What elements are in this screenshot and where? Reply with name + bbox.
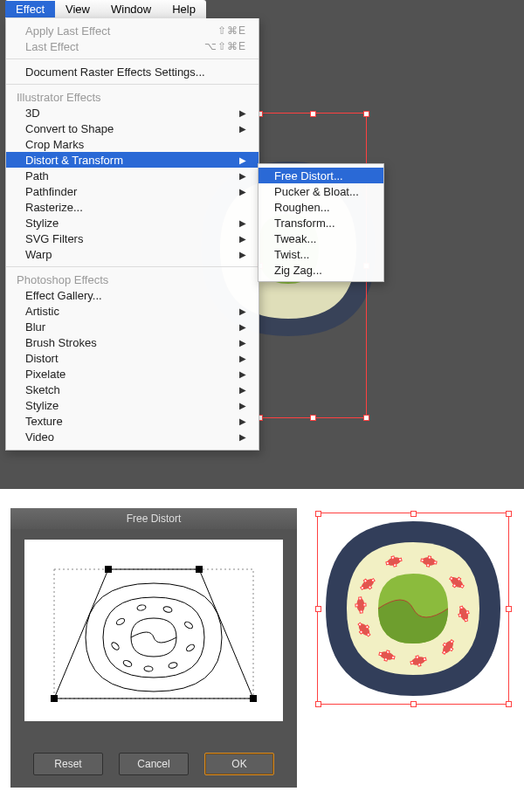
svg-point-14 xyxy=(110,641,120,650)
menu-apply-last-effect[interactable]: Apply Last Effect ⇧⌘E xyxy=(6,23,259,38)
menubar-item-window[interactable]: Window xyxy=(100,1,162,17)
menu-svg-filters[interactable]: SVG Filters▶ xyxy=(6,231,259,246)
menu-video[interactable]: Video▶ xyxy=(6,429,259,444)
menu-brush-strokes[interactable]: Brush Strokes▶ xyxy=(6,334,259,350)
svg-rect-27 xyxy=(434,561,437,564)
menu-sketch[interactable]: Sketch▶ xyxy=(6,382,259,397)
submenu-arrow-icon: ▶ xyxy=(239,416,246,426)
submenu-arrow-icon: ▶ xyxy=(239,322,246,332)
svg-rect-62 xyxy=(360,610,362,613)
ok-button[interactable]: OK xyxy=(204,753,274,775)
shortcut: ⌥⇧⌘E xyxy=(204,40,246,52)
svg-point-7 xyxy=(137,604,147,611)
svg-rect-51 xyxy=(379,652,383,656)
submenu-transform[interactable]: Transform... xyxy=(259,215,383,231)
submenu-roughen[interactable]: Roughen... xyxy=(259,199,383,215)
distort-transform-submenu: Free Distort... Pucker & Bloat... Roughe… xyxy=(258,163,384,282)
submenu-arrow-icon: ▶ xyxy=(239,385,246,395)
svg-rect-3 xyxy=(196,566,203,573)
menu-warp[interactable]: Warp▶ xyxy=(6,246,259,262)
menu-pixelate[interactable]: Pixelate▶ xyxy=(6,366,259,382)
svg-point-11 xyxy=(168,662,177,669)
menu-label: Distort xyxy=(25,352,59,365)
menu-convert-to-shape[interactable]: Convert to Shape▶ xyxy=(6,120,259,136)
dialog-buttons: Reset Cancel OK xyxy=(10,753,297,775)
submenu-tweak[interactable]: Tweak... xyxy=(259,231,383,246)
svg-rect-28 xyxy=(428,556,431,559)
menubar-item-help[interactable]: Help xyxy=(162,1,206,17)
menu-label: Stylize xyxy=(25,217,59,230)
menu-rasterize[interactable]: Rasterize... xyxy=(6,199,259,215)
menu-artistic[interactable]: Artistic▶ xyxy=(6,303,259,319)
menu-label: Transform... xyxy=(274,217,335,230)
svg-rect-46 xyxy=(410,661,414,664)
svg-rect-61 xyxy=(359,597,362,600)
svg-rect-22 xyxy=(398,558,402,561)
svg-rect-49 xyxy=(417,664,421,667)
svg-rect-52 xyxy=(391,656,395,659)
effect-menu: Apply Last Effect ⇧⌘E Last Effect ⌥⇧⌘E D… xyxy=(5,18,259,451)
menu-label: Zig Zag... xyxy=(274,264,322,277)
svg-rect-63 xyxy=(363,603,366,606)
svg-rect-23 xyxy=(391,556,395,560)
shortcut: ⇧⌘E xyxy=(217,24,246,37)
menu-separator xyxy=(6,84,259,85)
svg-rect-64 xyxy=(355,604,358,607)
menu-label: Path xyxy=(25,169,49,182)
free-distort-dialog: Free Distort xyxy=(10,508,297,788)
svg-marker-1 xyxy=(54,569,253,698)
menubar-item-effect[interactable]: Effect xyxy=(5,1,55,17)
cancel-button[interactable]: Cancel xyxy=(119,753,189,775)
menu-label: Video xyxy=(25,430,54,444)
menu-label: Apply Last Effect xyxy=(25,24,110,38)
submenu-free-distort[interactable]: Free Distort... xyxy=(259,168,383,183)
menu-label: 3D xyxy=(25,107,40,120)
menu-label: Distort & Transform xyxy=(25,154,123,167)
menu-label: Sketch xyxy=(25,383,60,396)
submenu-pucker-bloat[interactable]: Pucker & Bloat... xyxy=(259,183,383,199)
menu-label: Texture xyxy=(25,415,63,428)
svg-point-9 xyxy=(183,621,194,630)
canvas-dark-bg: Effect View Window Help Apply Last Effec… xyxy=(0,0,524,489)
menu-3d[interactable]: 3D▶ xyxy=(6,105,259,120)
menu-label: Tweak... xyxy=(274,232,316,245)
menu-crop-marks[interactable]: Crop Marks xyxy=(6,136,259,152)
svg-point-10 xyxy=(185,643,196,653)
menu-blur[interactable]: Blur▶ xyxy=(6,319,259,334)
menu-last-effect[interactable]: Last Effect ⌥⇧⌘E xyxy=(6,38,259,54)
menu-label: Stylize xyxy=(25,399,59,412)
menu-label: Brush Strokes xyxy=(25,336,97,349)
svg-rect-38 xyxy=(465,611,469,615)
svg-rect-29 xyxy=(426,564,429,567)
dialog-preview-canvas[interactable] xyxy=(24,540,283,721)
svg-rect-5 xyxy=(51,695,58,702)
submenu-zigzag[interactable]: Zig Zag... xyxy=(259,262,383,278)
menu-label: Pucker & Bloat... xyxy=(274,185,359,198)
menu-effect-gallery[interactable]: Effect Gallery... xyxy=(6,287,259,303)
submenu-arrow-icon: ▶ xyxy=(239,401,246,410)
submenu-arrow-icon: ▶ xyxy=(239,354,246,363)
menubar-item-view[interactable]: View xyxy=(55,1,100,17)
reset-button[interactable]: Reset xyxy=(33,753,103,775)
menu-section-photoshop: Photoshop Effects xyxy=(6,272,259,287)
submenu-arrow-icon: ▶ xyxy=(239,155,246,165)
svg-rect-26 xyxy=(421,559,424,561)
svg-rect-0 xyxy=(54,569,253,698)
menu-texture[interactable]: Texture▶ xyxy=(6,413,259,429)
menu-path[interactable]: Path▶ xyxy=(6,168,259,183)
menu-doc-raster-settings[interactable]: Document Raster Effects Settings... xyxy=(6,64,259,79)
menu-distort[interactable]: Distort▶ xyxy=(6,350,259,366)
submenu-twist[interactable]: Twist... xyxy=(259,246,383,262)
menu-pathfinder[interactable]: Pathfinder▶ xyxy=(6,183,259,199)
svg-rect-48 xyxy=(416,656,419,659)
menu-stylize-ps[interactable]: Stylize▶ xyxy=(6,397,259,413)
svg-rect-37 xyxy=(465,618,468,622)
menu-distort-transform[interactable]: Distort & Transform▶ xyxy=(6,152,259,168)
svg-rect-39 xyxy=(458,614,462,617)
submenu-arrow-icon: ▶ xyxy=(239,124,246,134)
submenu-arrow-icon: ▶ xyxy=(239,171,246,181)
menu-stylize[interactable]: Stylize▶ xyxy=(6,215,259,231)
svg-rect-53 xyxy=(386,650,390,654)
menu-separator xyxy=(6,58,259,59)
submenu-arrow-icon: ▶ xyxy=(239,187,246,196)
